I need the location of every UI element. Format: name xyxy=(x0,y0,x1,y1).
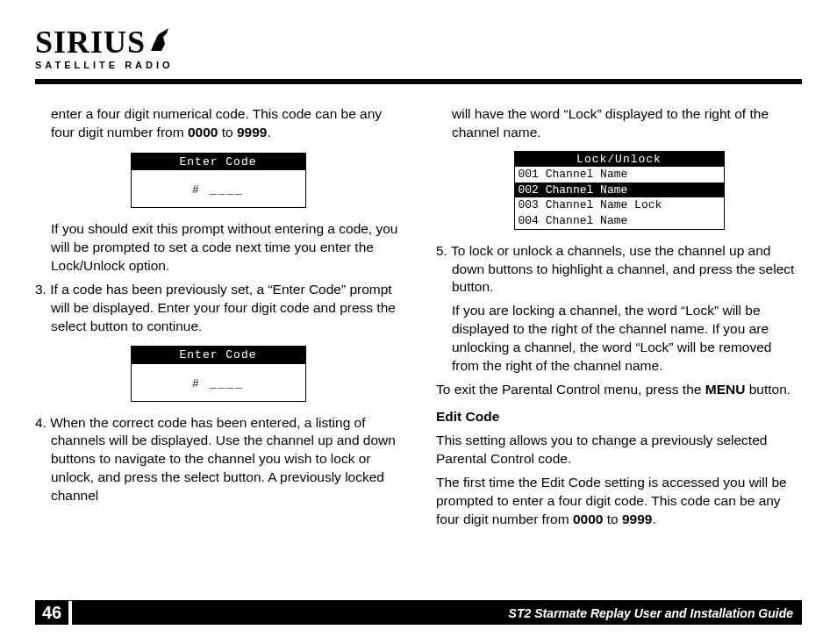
enter-code-display-1: Enter Code # ____ xyxy=(131,153,306,208)
body-text: will have the word “Lock” displayed to t… xyxy=(452,105,802,142)
page-footer: 46 ST2 Starmate Replay User and Installa… xyxy=(35,600,802,625)
channel-row: 001 Channel Name xyxy=(515,167,724,182)
footer-title: ST2 Starmate Replay User and Installatio… xyxy=(72,601,802,625)
body-text: This setting allows you to change a prev… xyxy=(436,432,802,469)
step-4: 4. When the correct code has been entere… xyxy=(35,414,401,506)
content-columns: enter a four digit numerical code. This … xyxy=(35,105,802,533)
edit-code-heading: Edit Code xyxy=(436,408,802,426)
display-body: # ____ xyxy=(132,170,305,207)
left-column: enter a four digit numerical code. This … xyxy=(35,105,401,533)
brand-name: SIRIUS xyxy=(35,26,146,58)
channel-row: 004 Channel Name xyxy=(515,213,724,229)
step-3: 3. If a code has been previously set, a … xyxy=(35,281,401,336)
brand-logo: SIRIUS SATELLITE RADIO xyxy=(35,26,802,70)
right-column: will have the word “Lock” displayed to t… xyxy=(436,105,802,533)
display-title: Enter Code xyxy=(132,347,305,364)
dog-icon xyxy=(147,26,172,53)
display-body: # ____ xyxy=(132,364,305,401)
brand-tagline: SATELLITE RADIO xyxy=(35,60,174,70)
body-text: To exit the Parental Control menu, press… xyxy=(436,381,802,399)
channel-row: 002 Channel Name xyxy=(515,182,724,198)
display-title: Enter Code xyxy=(132,154,305,171)
enter-code-display-2: Enter Code # ____ xyxy=(131,346,306,401)
step-5: 5. To lock or unlock a channels, use the… xyxy=(436,242,802,297)
body-text: If you should exit this prompt without e… xyxy=(51,220,401,275)
header-rule xyxy=(35,79,802,84)
display-title: Lock/Unlock xyxy=(515,152,724,168)
body-text: The first time the Edit Code setting is … xyxy=(436,474,802,529)
page-number: 46 xyxy=(35,601,68,625)
page-header: SIRIUS SATELLITE RADIO xyxy=(35,26,802,70)
body-text: enter a four digit numerical code. This … xyxy=(51,105,401,142)
channel-row: 003 Channel Name Lock xyxy=(515,197,724,213)
lock-unlock-display: Lock/Unlock 001 Channel Name 002 Channel… xyxy=(514,151,725,230)
body-text: If you are locking a channel, the word “… xyxy=(452,302,802,376)
